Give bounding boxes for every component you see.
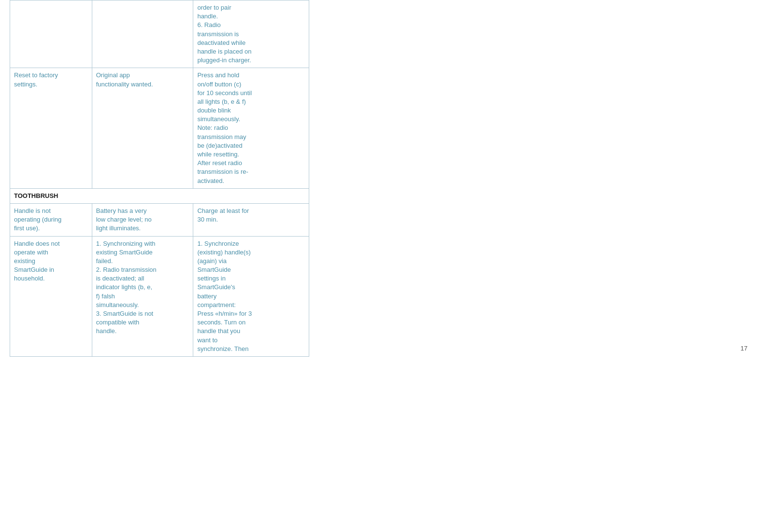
cell-r5-c3: 1. Synchronize (existing) handle(s) (aga… bbox=[193, 236, 309, 356]
cell-r1-c1 bbox=[10, 0, 92, 68]
page-container: order to pair handle. 6. Radio transmiss… bbox=[0, 0, 762, 357]
cell-r1-c2 bbox=[92, 0, 193, 68]
troubleshoot-table: order to pair handle. 6. Radio transmiss… bbox=[10, 0, 309, 357]
section-header-row: TOOTHBRUSH bbox=[10, 188, 309, 203]
table-wrapper: order to pair handle. 6. Radio transmiss… bbox=[10, 0, 309, 357]
page-number: 17 bbox=[741, 345, 748, 352]
cell-r4-c2: Battery has a very low charge level; no … bbox=[92, 203, 193, 236]
cell-r5-c1: Handle does not operate with existing Sm… bbox=[10, 236, 92, 356]
cell-r2-c1: Reset to factory settings. bbox=[10, 68, 92, 188]
cell-r1-c3: order to pair handle. 6. Radio transmiss… bbox=[193, 0, 309, 68]
cell-r4-c3: Charge at least for 30 min. bbox=[193, 203, 309, 236]
cell-r2-c2: Original app functionality wanted. bbox=[92, 68, 193, 188]
table-row: Handle does not operate with existing Sm… bbox=[10, 236, 309, 356]
cell-r5-c2: 1. Synchronizing with existing SmartGuid… bbox=[92, 236, 193, 356]
cell-r4-c1: Handle is not operating (during first us… bbox=[10, 203, 92, 236]
table-row: Reset to factory settings. Original app … bbox=[10, 68, 309, 188]
section-header-cell: TOOTHBRUSH bbox=[10, 188, 309, 203]
table-row: order to pair handle. 6. Radio transmiss… bbox=[10, 0, 309, 68]
table-row: Handle is not operating (during first us… bbox=[10, 203, 309, 236]
cell-r2-c3: Press and hold on/off button (c) for 10 … bbox=[193, 68, 309, 188]
